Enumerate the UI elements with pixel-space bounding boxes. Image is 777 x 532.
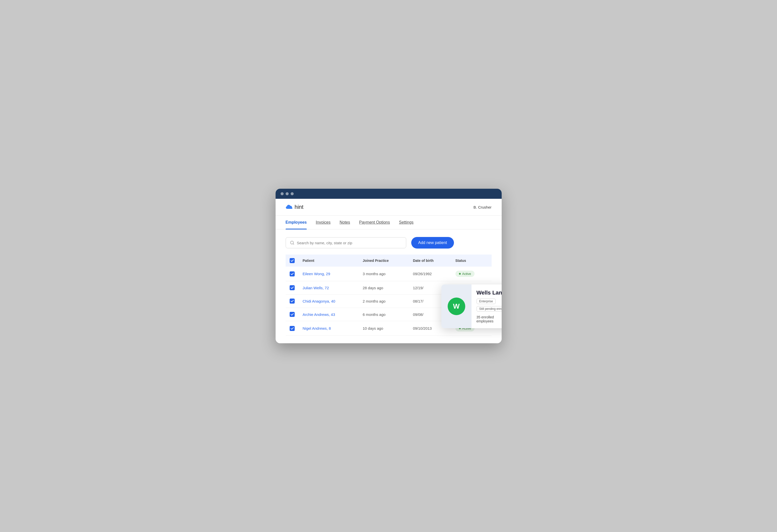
status-badge: Active <box>455 271 474 277</box>
tooltip-avatar-section: W <box>441 285 471 328</box>
col-status: Status <box>451 254 491 267</box>
search-row: Add new patient <box>286 237 491 248</box>
search-box <box>286 237 406 248</box>
checkmark-icon <box>291 327 294 330</box>
row5-checkbox-cell <box>286 321 299 336</box>
tooltip-inner: W Wells Landscaping Enterprise Still pen… <box>441 285 502 328</box>
enterprise-badge: Enterprise <box>476 299 496 304</box>
tab-settings[interactable]: Settings <box>399 216 414 229</box>
browser-body: hint B. Crusher Employees Invoices Notes… <box>275 199 502 343</box>
row5-checkbox[interactable] <box>290 326 295 331</box>
patient-link[interactable]: Chidi Anagonya, 40 <box>303 299 335 303</box>
enrolled-count: 35 enrolled employees <box>476 315 502 323</box>
col-patient: Patient <box>299 254 359 267</box>
browser-window: hint B. Crusher Employees Invoices Notes… <box>275 189 502 343</box>
row4-checkbox-cell <box>286 308 299 321</box>
checkmark-icon <box>291 300 294 303</box>
row4-patient: Archie Andrews, 43 <box>299 308 359 321</box>
checkmark-icon <box>291 313 294 316</box>
tab-payment-options[interactable]: Payment Options <box>359 216 390 229</box>
enrolled-row: 35 enrolled employees +5 in 7 days ↗ <box>476 315 502 323</box>
svg-line-1 <box>293 243 294 244</box>
checkmark-icon <box>291 273 294 276</box>
company-name: Wells Landscaping <box>476 290 502 296</box>
company-tooltip-card: W Wells Landscaping Enterprise Still pen… <box>441 285 502 328</box>
row1-checkbox-cell <box>286 267 299 281</box>
tab-employees[interactable]: Employees <box>286 216 307 229</box>
tab-notes[interactable]: Notes <box>340 216 350 229</box>
patient-link[interactable]: Julian Wells, 72 <box>303 286 329 290</box>
row3-checkbox-cell <box>286 295 299 308</box>
row2-checkbox[interactable] <box>290 285 295 290</box>
status-dot <box>459 273 461 275</box>
app-header: hint B. Crusher <box>275 199 502 216</box>
row3-joined: 2 months ago <box>359 295 409 308</box>
search-icon <box>290 240 295 245</box>
nav-tabs: Employees Invoices Notes Payment Options… <box>275 216 502 229</box>
col-joined: Joined Practice <box>359 254 409 267</box>
main-content: Add new patient <box>275 229 502 343</box>
row1-status: Active <box>451 267 491 281</box>
table-header: Patient Joined Practice Date of birth St… <box>286 254 491 267</box>
col-checkbox <box>286 254 299 267</box>
company-avatar: W <box>448 298 465 315</box>
row5-joined: 10 days ago <box>359 321 409 336</box>
add-patient-button[interactable]: Add new patient <box>411 237 454 248</box>
logo-cloud-icon <box>286 204 293 210</box>
row2-patient: Julian Wells, 72 <box>299 281 359 295</box>
enrollment-badge: Still pending enrollment <box>476 306 502 312</box>
browser-dot-1 <box>281 192 284 195</box>
row3-patient: Chidi Anagonya, 40 <box>299 295 359 308</box>
tooltip-info: Wells Landscaping Enterprise Still pendi… <box>471 285 502 328</box>
tab-invoices[interactable]: Invoices <box>316 216 331 229</box>
patient-link[interactable]: Nigel Andrews, 8 <box>303 326 331 330</box>
row1-checkbox[interactable] <box>290 272 295 277</box>
search-input[interactable] <box>297 241 402 245</box>
browser-dot-3 <box>291 192 294 195</box>
logo: hint <box>286 204 304 210</box>
row1-dob: 09/26/1992 <box>409 267 451 281</box>
row2-joined: 28 days ago <box>359 281 409 295</box>
row2-checkbox-cell <box>286 281 299 295</box>
patient-link[interactable]: Eileen Wong, 29 <box>303 272 330 276</box>
row5-patient: Nigel Andrews, 8 <box>299 321 359 336</box>
status-label: Active <box>462 272 471 276</box>
checkmark-icon <box>291 259 294 262</box>
table-row: Eileen Wong, 29 3 months ago 09/26/1992 … <box>286 267 491 281</box>
row1-joined: 3 months ago <box>359 267 409 281</box>
logo-text: hint <box>295 204 304 210</box>
checkmark-icon <box>291 286 294 289</box>
patient-link[interactable]: Archie Andrews, 43 <box>303 312 335 317</box>
row1-patient: Eileen Wong, 29 <box>299 267 359 281</box>
browser-titlebar <box>275 189 502 199</box>
row4-joined: 6 months ago <box>359 308 409 321</box>
row3-checkbox[interactable] <box>290 299 295 304</box>
company-badges: Enterprise Still pending enrollment <box>476 299 502 312</box>
select-all-checkbox[interactable] <box>290 258 295 263</box>
row4-checkbox[interactable] <box>290 312 295 317</box>
col-dob: Date of birth <box>409 254 451 267</box>
user-name: B. Crusher <box>473 205 491 209</box>
browser-dot-2 <box>286 192 289 195</box>
